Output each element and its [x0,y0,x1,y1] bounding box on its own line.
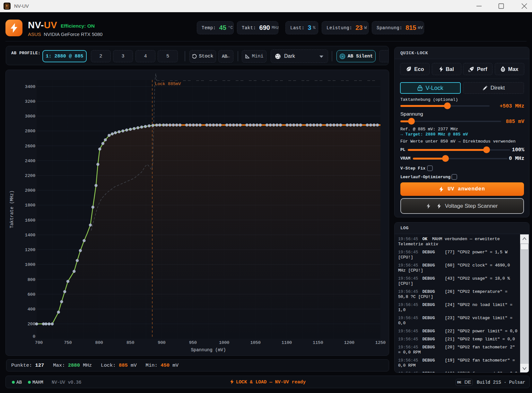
svg-text:400: 400 [28,307,35,312]
svg-text:2600: 2600 [25,144,35,149]
svg-text:3200: 3200 [25,99,35,104]
svg-text:750: 750 [64,340,72,345]
svg-text:800: 800 [28,277,35,282]
svg-text:800: 800 [95,340,103,345]
svg-text:850: 850 [126,340,134,345]
svg-text:0: 0 [33,334,35,339]
svg-text:700: 700 [35,340,43,345]
svg-text:Spannung (mV): Spannung (mV) [191,347,226,353]
svg-text:2800: 2800 [25,129,35,134]
svg-text:2000: 2000 [25,188,35,193]
svg-text:2200: 2200 [25,173,35,178]
svg-text:200: 200 [28,322,35,327]
svg-text:Lock 885mV: Lock 885mV [155,82,181,86]
svg-text:1000: 1000 [25,262,35,267]
svg-text:1200: 1200 [344,340,354,345]
svg-text:1050: 1050 [250,340,260,345]
svg-text:1150: 1150 [313,340,323,345]
svg-text:600: 600 [28,292,35,297]
svg-text:1400: 1400 [25,233,35,238]
svg-text:900: 900 [158,340,165,345]
svg-text:1200: 1200 [25,248,35,252]
svg-text:1100: 1100 [282,340,292,345]
svg-text:2400: 2400 [25,159,35,163]
svg-text:1800: 1800 [25,203,35,208]
svg-text:3400: 3400 [25,84,35,89]
svg-text:950: 950 [189,340,197,345]
svg-text:Taktrate (MHz): Taktrate (MHz) [9,190,14,228]
svg-text:3000: 3000 [25,114,35,119]
svg-text:1250: 1250 [375,340,386,345]
svg-text:1600: 1600 [25,218,35,223]
svg-text:1000: 1000 [219,340,229,345]
